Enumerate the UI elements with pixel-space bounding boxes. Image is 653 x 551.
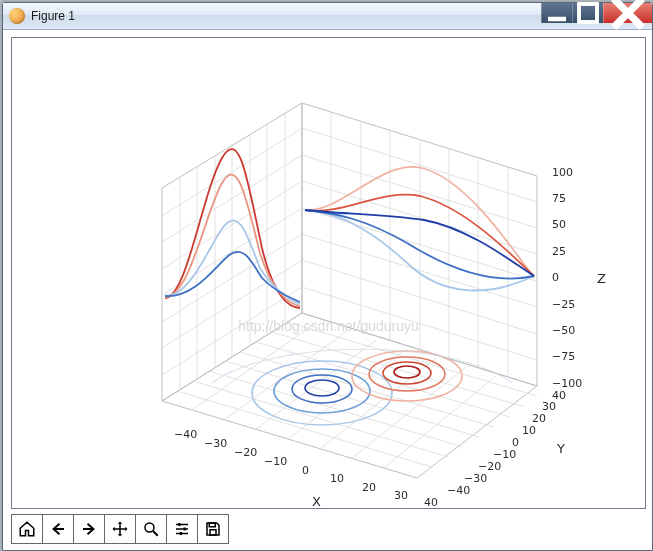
maximize-button[interactable] xyxy=(572,3,603,23)
svg-rect-94 xyxy=(210,530,216,535)
svg-text:40: 40 xyxy=(552,389,566,402)
figure-window: Figure 1 http://blog.csdn.net/guduruyu xyxy=(2,2,653,551)
back-button[interactable] xyxy=(42,514,74,544)
svg-text:−40: −40 xyxy=(447,484,470,497)
move-icon xyxy=(111,520,129,538)
y-axis-label: Y xyxy=(556,441,565,456)
svg-point-85 xyxy=(145,523,154,532)
svg-line-11 xyxy=(240,352,494,427)
svg-text:0: 0 xyxy=(552,271,559,284)
svg-text:10: 10 xyxy=(330,472,344,485)
close-button[interactable] xyxy=(603,3,652,23)
z-ticks: −100 −75 −50 −25 0 25 50 75 100 xyxy=(552,166,582,390)
svg-text:75: 75 xyxy=(552,192,566,205)
svg-rect-93 xyxy=(209,523,215,527)
svg-text:−10: −10 xyxy=(493,448,516,461)
pan-button[interactable] xyxy=(104,514,136,544)
svg-line-9 xyxy=(209,371,463,447)
svg-text:−10: −10 xyxy=(264,455,287,468)
plot-svg: −40 −30 −20 −10 0 10 20 30 40 −40 −30 −2… xyxy=(12,38,645,506)
svg-rect-1 xyxy=(579,4,597,22)
minimize-button[interactable] xyxy=(541,3,572,23)
svg-text:−30: −30 xyxy=(204,437,227,450)
save-button[interactable] xyxy=(197,514,229,544)
home-button[interactable] xyxy=(11,514,43,544)
app-icon xyxy=(9,8,25,24)
svg-line-19 xyxy=(320,358,436,449)
window-title: Figure 1 xyxy=(31,9,75,23)
svg-line-8 xyxy=(193,381,448,457)
configure-button[interactable] xyxy=(166,514,198,544)
svg-line-7 xyxy=(177,391,432,467)
svg-rect-92 xyxy=(180,532,182,535)
zoom-button[interactable] xyxy=(135,514,167,544)
arrow-right-icon xyxy=(80,520,98,538)
x-ticks: −40 −30 −20 −10 0 10 20 30 40 xyxy=(174,428,438,506)
svg-point-50 xyxy=(252,361,392,425)
svg-text:0: 0 xyxy=(302,464,309,477)
plot-canvas[interactable]: http://blog.csdn.net/guduruyu xyxy=(11,37,646,509)
x-axis-label: X xyxy=(312,494,321,506)
svg-text:−30: −30 xyxy=(464,472,487,485)
svg-rect-88 xyxy=(178,523,180,526)
arrow-left-icon xyxy=(49,520,67,538)
svg-text:−20: −20 xyxy=(234,446,257,459)
y-ticks: −40 −30 −20 −10 0 10 20 30 40 xyxy=(447,389,566,497)
svg-line-37 xyxy=(302,260,537,334)
svg-text:−20: −20 xyxy=(478,460,501,473)
svg-line-20 xyxy=(352,367,466,458)
svg-text:40: 40 xyxy=(424,496,438,506)
svg-text:0: 0 xyxy=(512,436,519,449)
svg-text:20: 20 xyxy=(362,481,376,494)
svg-text:−40: −40 xyxy=(174,428,197,441)
magnifier-icon xyxy=(142,520,160,538)
svg-text:−100: −100 xyxy=(552,377,582,390)
mpl-toolbar xyxy=(11,514,228,544)
svg-text:10: 10 xyxy=(522,424,536,437)
svg-rect-90 xyxy=(184,528,186,531)
svg-line-3 xyxy=(614,0,643,27)
svg-line-2 xyxy=(614,0,643,27)
svg-text:20: 20 xyxy=(532,412,546,425)
svg-text:−50: −50 xyxy=(552,324,575,337)
forward-button[interactable] xyxy=(73,514,105,544)
svg-point-53 xyxy=(305,380,339,396)
svg-line-14 xyxy=(287,322,537,396)
window-controls xyxy=(541,3,652,23)
save-icon xyxy=(204,520,222,538)
sliders-icon xyxy=(173,520,191,538)
svg-text:100: 100 xyxy=(552,166,573,179)
svg-text:30: 30 xyxy=(394,489,408,502)
svg-text:−25: −25 xyxy=(552,298,575,311)
titlebar[interactable]: Figure 1 xyxy=(3,3,652,30)
svg-text:−75: −75 xyxy=(552,350,575,363)
svg-line-86 xyxy=(153,531,158,536)
svg-text:25: 25 xyxy=(552,245,566,258)
home-icon xyxy=(18,520,36,538)
z-axis-label: Z xyxy=(597,271,606,286)
svg-text:50: 50 xyxy=(552,218,566,231)
